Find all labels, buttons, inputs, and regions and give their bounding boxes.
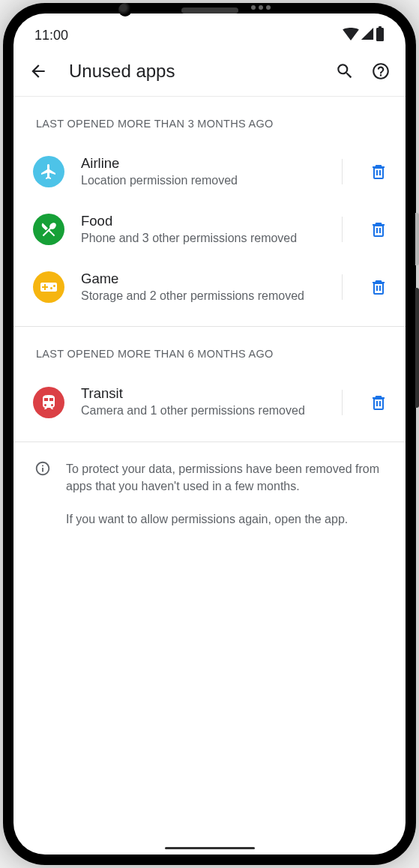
page-title: Unused apps: [69, 61, 320, 82]
app-icon: [33, 387, 64, 418]
search-button[interactable]: [334, 60, 356, 82]
trash-icon: [370, 220, 388, 238]
app-info: Airline Location permission removed: [81, 155, 322, 189]
info-block: To protect your data, permissions have b…: [13, 442, 406, 546]
train-icon: [40, 394, 58, 412]
app-sub: Phone and 3 other permissions removed: [81, 231, 322, 247]
app-icon: [33, 271, 64, 303]
restaurant-icon: [40, 220, 58, 238]
app-info: Transit Camera and 1 other permissions r…: [81, 385, 322, 419]
svg-rect-1: [379, 26, 382, 28]
app-info: Food Phone and 3 other permissions remov…: [81, 213, 322, 247]
app-sub: Storage and 2 other permissions removed: [81, 289, 322, 304]
clock: 11:00: [34, 28, 68, 43]
app-icon: [33, 156, 64, 187]
app-info: Game Storage and 2 other permissions rem…: [81, 271, 322, 304]
status-bar: 11:00: [13, 13, 406, 51]
airplane-icon: [40, 163, 58, 181]
phone-side-button: [415, 288, 419, 408]
info-icon: [34, 460, 51, 528]
delete-button[interactable]: [370, 220, 388, 238]
divider: [342, 274, 343, 300]
divider: [342, 390, 343, 415]
phone-side-button: [415, 213, 419, 265]
sensor-dots: [251, 5, 271, 10]
content[interactable]: LAST OPENED MORE THAN 3 MONTHS AGO Airli…: [13, 97, 406, 855]
status-icons: [343, 26, 385, 45]
app-row-transit[interactable]: Transit Camera and 1 other permissions r…: [13, 373, 406, 431]
app-name: Game: [81, 271, 322, 287]
trash-icon: [370, 394, 388, 412]
phone-screen: 11:00 Unused apps: [13, 13, 406, 855]
delete-button[interactable]: [370, 163, 388, 181]
battery-icon: [376, 26, 385, 45]
section-header-6months: LAST OPENED MORE THAN 6 MONTHS AGO: [13, 327, 406, 373]
divider: [342, 159, 343, 184]
app-name: Airline: [81, 155, 322, 172]
delete-button[interactable]: [370, 394, 388, 412]
speaker-grille: [181, 7, 238, 13]
trash-icon: [370, 278, 388, 296]
front-camera: [118, 3, 132, 16]
phone-frame: 11:00 Unused apps: [3, 3, 416, 865]
back-button[interactable]: [27, 60, 49, 82]
section-header-3months: LAST OPENED MORE THAN 3 MONTHS AGO: [13, 97, 406, 143]
app-sub: Location permission removed: [81, 173, 322, 189]
info-text: To protect your data, permissions have b…: [66, 460, 383, 528]
gamepad-icon: [40, 278, 58, 296]
app-row-airline[interactable]: Airline Location permission removed: [13, 143, 406, 201]
app-name: Transit: [81, 385, 322, 402]
help-button[interactable]: [370, 60, 392, 82]
svg-rect-0: [376, 28, 384, 41]
app-row-food[interactable]: Food Phone and 3 other permissions remov…: [13, 201, 406, 259]
arrow-left-icon: [28, 61, 48, 81]
help-icon: [371, 61, 391, 81]
cellular-icon: [361, 27, 374, 44]
delete-button[interactable]: [370, 278, 388, 296]
app-bar: Unused apps: [13, 51, 406, 97]
trash-icon: [370, 163, 388, 181]
app-name: Food: [81, 213, 322, 229]
divider: [342, 217, 343, 242]
info-p2: If you want to allow permissions again, …: [66, 510, 383, 528]
app-row-game[interactable]: Game Storage and 2 other permissions rem…: [13, 259, 406, 316]
search-icon: [335, 61, 355, 81]
app-sub: Camera and 1 other permissions removed: [81, 403, 322, 419]
info-p1: To protect your data, permissions have b…: [66, 460, 383, 495]
app-icon: [33, 214, 64, 245]
wifi-icon: [343, 27, 359, 44]
home-indicator[interactable]: [165, 847, 255, 849]
